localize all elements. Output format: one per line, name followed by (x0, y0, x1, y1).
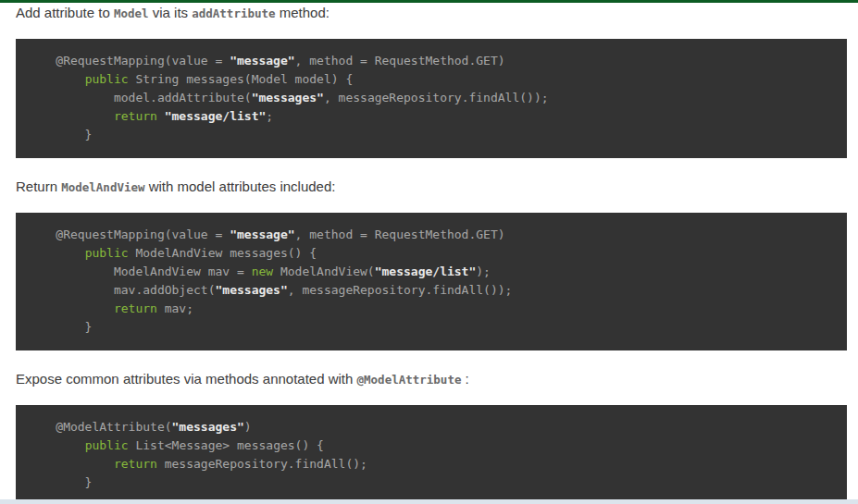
code-keyword: new (252, 264, 273, 278)
page-top-accent-line (0, 0, 858, 3)
code-plain: mav; (157, 301, 193, 315)
inline-code: addAttribute (192, 6, 275, 20)
code-plain: String messages(Model model) { (129, 72, 354, 86)
section-intro: Return ModelAndView with model attribute… (16, 178, 847, 196)
code-plain: ); (476, 264, 491, 278)
code-plain: mav.addObject( (27, 283, 216, 297)
code-plain: } (27, 320, 92, 334)
code-keyword: return (114, 301, 157, 315)
code-plain: @ModelAttribute( (27, 420, 172, 434)
intro-text: with model attributes included: (145, 178, 336, 194)
section-intro: Add attribute to Model via its addAttrib… (16, 5, 847, 22)
code-plain: ; (266, 109, 273, 123)
code-string: "messages" (172, 420, 244, 434)
code-string: "message/list" (165, 109, 267, 123)
intro-text: Add attribute to (16, 5, 114, 20)
code-plain: @RequestMapping(value = (27, 227, 230, 241)
code-plain: model.addAttribute( (27, 91, 252, 104)
code-plain: , messageRepository.findAll()); (324, 91, 549, 104)
code-block: @RequestMapping(value = "message", metho… (16, 39, 847, 158)
inline-code: Model (114, 6, 149, 20)
code-string: "message" (230, 227, 294, 241)
code-plain: ) (244, 420, 252, 434)
code-plain: messageRepository.findAll(); (157, 457, 367, 471)
section-intro: Expose common attributes via methods ann… (16, 371, 847, 388)
code-plain: , method = RequestMethod.GET) (295, 54, 505, 68)
intro-text: Expose common attributes via methods ann… (16, 371, 357, 387)
code-plain (27, 457, 114, 471)
code-keyword: public (85, 246, 129, 260)
code-plain (27, 246, 85, 260)
code-plain (27, 109, 114, 123)
code-plain: , messageRepository.findAll()); (288, 283, 513, 297)
doc-content: Add attribute to Model via its addAttrib… (16, 5, 847, 504)
code-plain (157, 109, 165, 123)
code-plain (27, 301, 114, 315)
code-plain (27, 72, 85, 86)
intro-text: via its (149, 5, 193, 20)
code-string: "message" (230, 54, 294, 68)
code-plain (27, 438, 85, 452)
intro-text: method: (276, 5, 330, 20)
inline-code: @ModelAttribute (357, 373, 462, 387)
code-block: @ModelAttribute("messages") public List<… (16, 405, 847, 504)
code-plain: , method = RequestMethod.GET) (295, 227, 505, 241)
code-string: "messages" (216, 283, 288, 297)
code-keyword: public (85, 72, 129, 86)
code-plain: ModelAndView( (273, 264, 375, 278)
code-plain: List<Message> messages() { (129, 438, 324, 452)
code-keyword: public (85, 438, 129, 452)
code-plain: ModelAndView messages() { (129, 246, 317, 260)
code-plain: } (27, 475, 92, 489)
code-string: "message/list" (375, 264, 477, 278)
intro-text: Return (16, 178, 61, 194)
code-keyword: return (114, 109, 157, 123)
next-element-edge (0, 499, 858, 504)
code-string: "messages" (252, 91, 324, 104)
inline-code: ModelAndView (61, 180, 144, 194)
code-plain: @RequestMapping(value = (27, 54, 230, 68)
code-block: @RequestMapping(value = "message", metho… (16, 213, 847, 350)
code-plain: } (27, 128, 92, 141)
intro-text: : (461, 371, 468, 387)
code-plain: ModelAndView mav = (27, 264, 252, 278)
code-keyword: return (114, 457, 157, 471)
